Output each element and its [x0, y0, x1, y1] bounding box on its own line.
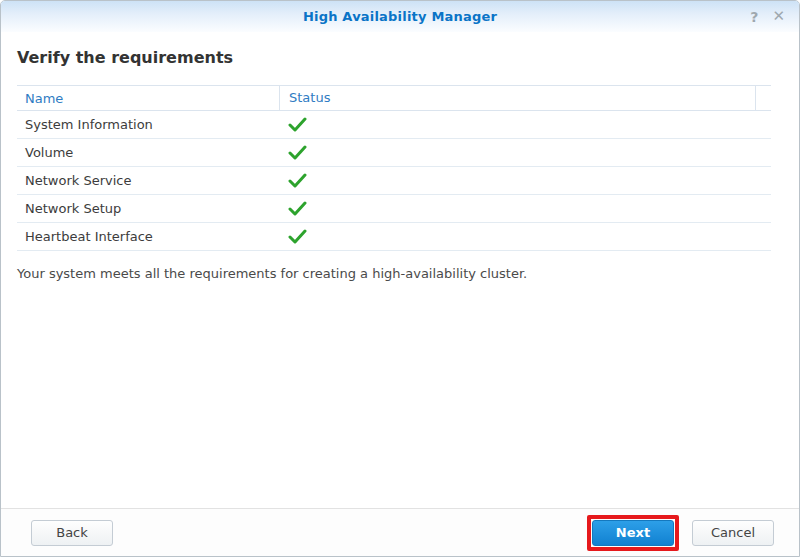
column-header-name: Name — [17, 91, 279, 106]
wizard-content: Verify the requirements Name Status Syst… — [1, 32, 799, 508]
check-icon — [288, 173, 307, 188]
requirement-status — [279, 229, 771, 244]
result-message: Your system meets all the requirements f… — [17, 266, 783, 281]
requirement-status — [279, 145, 771, 160]
table-row: System Information — [17, 111, 771, 139]
next-button-annotation-highlight: Next — [587, 515, 679, 551]
requirements-table: Name Status System Information Volume Ne… — [17, 85, 771, 251]
requirement-name: Heartbeat Interface — [17, 229, 279, 244]
table-row: Heartbeat Interface — [17, 223, 771, 251]
column-header-spacer — [755, 85, 771, 111]
column-header-status: Status — [279, 85, 755, 111]
check-icon — [288, 201, 307, 216]
table-header-row: Name Status — [17, 85, 771, 111]
requirement-status — [279, 201, 771, 216]
next-button[interactable]: Next — [592, 520, 674, 546]
high-availability-manager-dialog: High Availability Manager ? ✕ Verify the… — [0, 0, 800, 557]
cancel-button[interactable]: Cancel — [692, 520, 774, 546]
table-row: Network Service — [17, 167, 771, 195]
back-button[interactable]: Back — [31, 520, 113, 546]
requirement-name: Network Service — [17, 173, 279, 188]
close-icon[interactable]: ✕ — [772, 9, 785, 24]
requirement-status — [279, 173, 771, 188]
table-row: Volume — [17, 139, 771, 167]
page-title: Verify the requirements — [17, 48, 783, 67]
window-title: High Availability Manager — [303, 9, 497, 24]
requirement-name: Volume — [17, 145, 279, 160]
help-icon[interactable]: ? — [750, 10, 758, 24]
titlebar: High Availability Manager ? ✕ — [1, 1, 799, 32]
table-row: Network Setup — [17, 195, 771, 223]
footer-bar: Back Next Cancel — [1, 508, 799, 556]
requirement-name: System Information — [17, 117, 279, 132]
check-icon — [288, 145, 307, 160]
table-body: System Information Volume Network Servic… — [17, 111, 771, 251]
requirement-name: Network Setup — [17, 201, 279, 216]
check-icon — [288, 117, 307, 132]
check-icon — [288, 229, 307, 244]
requirement-status — [279, 117, 771, 132]
